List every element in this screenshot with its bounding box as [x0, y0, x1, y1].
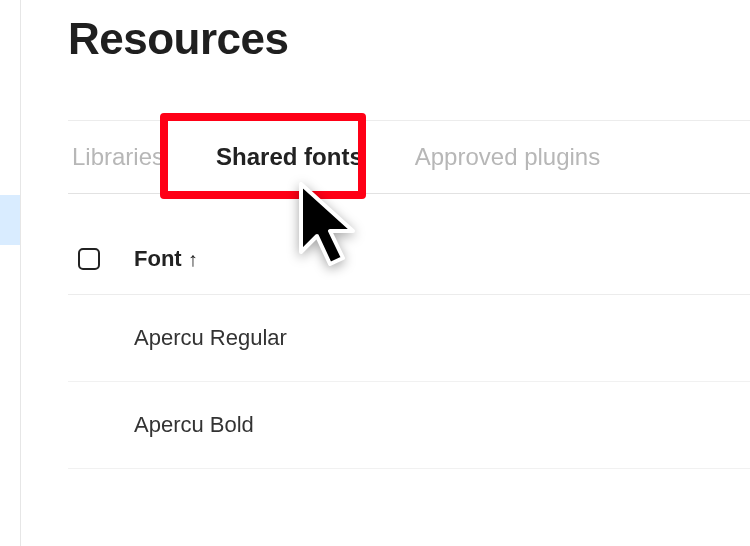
column-header-font[interactable]: Font ↑	[134, 246, 198, 272]
tabs: Libraries Shared fonts Approved plugins	[68, 120, 750, 194]
select-all-checkbox[interactable]	[78, 248, 100, 270]
sort-ascending-icon: ↑	[188, 249, 198, 269]
table-row[interactable]: Apercu Regular	[68, 295, 750, 382]
tab-shared-fonts[interactable]: Shared fonts	[212, 143, 367, 171]
page-title: Resources	[68, 14, 750, 64]
sidebar-active-highlight	[0, 195, 20, 245]
table-header-row: Font ↑	[68, 232, 750, 295]
fonts-table: Font ↑ Apercu Regular Apercu Bold	[68, 232, 750, 469]
tab-libraries[interactable]: Libraries	[68, 143, 168, 171]
sidebar-divider	[20, 0, 21, 546]
column-header-font-label: Font	[134, 246, 182, 272]
table-row[interactable]: Apercu Bold	[68, 382, 750, 469]
tab-approved-plugins[interactable]: Approved plugins	[411, 143, 604, 171]
